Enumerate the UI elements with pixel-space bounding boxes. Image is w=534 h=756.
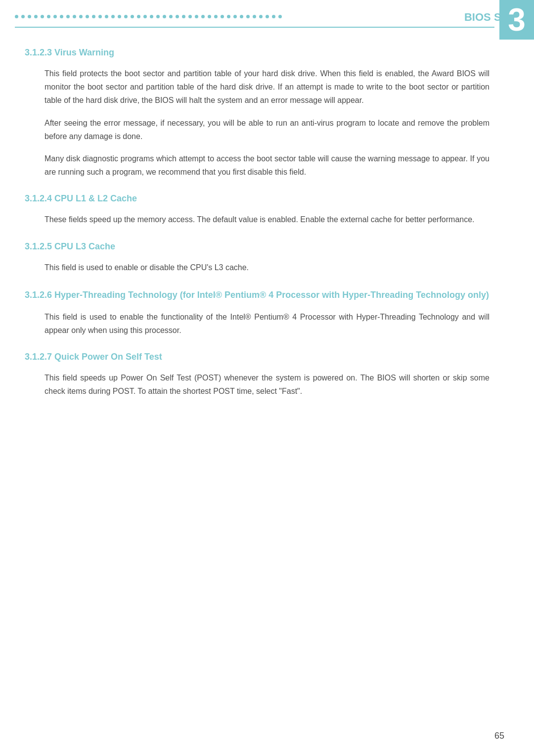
section-3123: 3.1.2.3 Virus Warning This field protect…	[25, 47, 494, 179]
section-3123-heading: 3.1.2.3 Virus Warning	[25, 47, 494, 58]
section-3123-para2: After seeing the error message, if neces…	[44, 116, 490, 143]
header-dot	[272, 15, 275, 18]
section-3127-heading: 3.1.2.7 Quick Power On Self Test	[25, 352, 494, 362]
header-dot	[92, 15, 95, 18]
header-dot	[169, 15, 173, 18]
header-dot	[118, 15, 121, 18]
header-dot	[156, 15, 160, 18]
header-dot	[105, 15, 108, 18]
section-3125: 3.1.2.5 CPU L3 Cache This field is used …	[25, 241, 494, 274]
header-dot	[182, 15, 185, 18]
header-dot	[253, 15, 256, 18]
header-dot	[240, 15, 243, 18]
header-dot	[188, 15, 192, 18]
section-3123-para3: Many disk diagnostic programs which atte…	[44, 152, 490, 179]
header-dot	[259, 15, 263, 18]
header-dot	[221, 15, 224, 18]
header-dot	[163, 15, 166, 18]
header-dot	[73, 15, 76, 18]
header-dot	[60, 15, 63, 18]
header-dot	[266, 15, 269, 18]
section-3127-para1: This field speeds up Power On Self Test …	[44, 371, 490, 398]
header-dot	[195, 15, 198, 18]
section-3123-para1: This field protects the boot sector and …	[44, 67, 490, 107]
header-dot	[21, 15, 25, 18]
section-3124: 3.1.2.4 CPU L1 & L2 Cache These fields s…	[25, 193, 494, 226]
chapter-number: 3	[508, 4, 526, 36]
header-dot	[227, 15, 230, 18]
header-dot	[176, 15, 179, 18]
section-3124-para1: These fields speed up the memory access.…	[44, 213, 490, 226]
chapter-number-box: 3	[499, 0, 534, 40]
content: 3.1.2.3 Virus Warning This field protect…	[0, 28, 534, 443]
header-dot	[131, 15, 134, 18]
header-dot	[98, 15, 102, 18]
section-3125-para1: This field is used to enable or disable …	[44, 261, 490, 274]
section-3125-heading: 3.1.2.5 CPU L3 Cache	[25, 241, 494, 252]
header-dot	[150, 15, 153, 18]
dots-row	[15, 15, 287, 18]
page-container: BIOS Setup 3 3.1.2.3 Virus Warning This …	[0, 0, 534, 756]
header-dot	[278, 15, 282, 18]
header-dot	[233, 15, 237, 18]
header-dot	[79, 15, 83, 18]
header-dot	[124, 15, 128, 18]
header-dot	[15, 15, 18, 18]
section-3124-heading: 3.1.2.4 CPU L1 & L2 Cache	[25, 193, 494, 204]
header-dot	[47, 15, 50, 18]
section-3126-para1: This field is used to enable the functio…	[44, 310, 490, 337]
page-number: 65	[494, 731, 504, 741]
header-dot	[86, 15, 89, 18]
header-dot	[66, 15, 70, 18]
header-dot	[143, 15, 147, 18]
header-dot	[28, 15, 31, 18]
header-dot	[53, 15, 57, 18]
section-3126-heading: 3.1.2.6 Hyper-Threading Technology (for …	[25, 289, 494, 301]
header-dot	[137, 15, 140, 18]
header-dot	[34, 15, 38, 18]
header-dot	[214, 15, 218, 18]
header-dot	[41, 15, 44, 18]
section-3126: 3.1.2.6 Hyper-Threading Technology (for …	[25, 289, 494, 337]
header-dot	[201, 15, 205, 18]
header-dot	[208, 15, 211, 18]
section-3127: 3.1.2.7 Quick Power On Self Test This fi…	[25, 352, 494, 398]
header-dot	[246, 15, 250, 18]
header-dot	[111, 15, 115, 18]
header-bar: BIOS Setup 3	[0, 0, 534, 24]
